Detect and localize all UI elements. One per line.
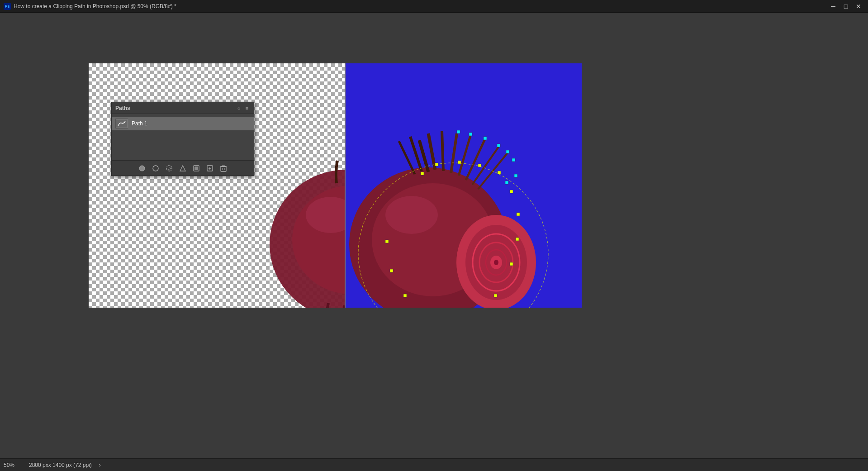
paths-panel-title: Paths bbox=[115, 105, 130, 111]
svg-point-54 bbox=[139, 166, 145, 171]
svg-rect-36 bbox=[517, 213, 520, 216]
svg-rect-46 bbox=[484, 137, 487, 140]
canvas-container bbox=[89, 63, 582, 308]
svg-rect-35 bbox=[510, 190, 513, 193]
svg-rect-51 bbox=[505, 181, 508, 184]
add-mask-icon bbox=[193, 165, 200, 172]
beet-left-image bbox=[265, 122, 345, 308]
paths-panel-header[interactable]: Paths « ≡ bbox=[112, 102, 254, 114]
new-path-icon bbox=[206, 165, 213, 172]
svg-rect-49 bbox=[512, 158, 515, 162]
canvas-divider bbox=[345, 63, 346, 308]
maximize-button[interactable]: □ bbox=[840, 2, 852, 11]
svg-rect-43 bbox=[385, 240, 389, 243]
path-thumbnail-icon bbox=[116, 119, 127, 128]
delete-path-icon bbox=[220, 165, 227, 172]
zoom-level: 50% bbox=[4, 462, 22, 468]
delete-path-button[interactable] bbox=[218, 163, 228, 173]
svg-line-24 bbox=[459, 136, 470, 176]
canvas-left-transparent bbox=[89, 63, 345, 308]
add-mask-button[interactable] bbox=[191, 163, 201, 173]
svg-point-57 bbox=[168, 167, 171, 169]
svg-rect-37 bbox=[516, 238, 519, 241]
svg-rect-47 bbox=[497, 144, 500, 147]
stroke-path-button[interactable] bbox=[151, 163, 161, 173]
svg-rect-66 bbox=[222, 166, 225, 167]
svg-point-12 bbox=[385, 196, 438, 234]
canvas-right-blue bbox=[345, 63, 582, 308]
svg-point-56 bbox=[166, 166, 172, 171]
paths-panel: Paths « ≡ Path 1 bbox=[111, 102, 254, 176]
panel-header-controls[interactable]: « ≡ bbox=[236, 105, 250, 111]
status-arrow[interactable]: › bbox=[99, 462, 101, 468]
make-work-path-icon bbox=[179, 165, 186, 172]
svg-rect-60 bbox=[194, 167, 198, 170]
path-thumbnail bbox=[115, 119, 128, 128]
paths-panel-footer bbox=[112, 160, 254, 176]
panel-menu-button[interactable]: ≡ bbox=[244, 105, 250, 111]
close-button[interactable]: ✕ bbox=[853, 2, 864, 11]
svg-rect-41 bbox=[403, 294, 407, 297]
status-bar: 50% 2800 pxx 1400 px (72 ppi) › bbox=[0, 458, 868, 471]
svg-rect-64 bbox=[221, 167, 226, 171]
svg-rect-38 bbox=[510, 262, 513, 266]
svg-line-22 bbox=[442, 131, 443, 171]
svg-rect-48 bbox=[506, 150, 509, 153]
workspace: Paths « ≡ Path 1 bbox=[0, 13, 868, 458]
fill-path-button[interactable] bbox=[137, 163, 147, 173]
svg-point-19 bbox=[494, 260, 498, 265]
svg-line-23 bbox=[451, 133, 457, 173]
fill-path-icon bbox=[138, 165, 146, 172]
window-title: How to create a Clipping Path in Photosh… bbox=[14, 3, 176, 10]
svg-rect-33 bbox=[478, 164, 481, 167]
load-selection-icon bbox=[166, 165, 173, 172]
svg-rect-30 bbox=[421, 172, 424, 175]
title-bar: Ps How to create a Clipping Path in Phot… bbox=[0, 0, 868, 13]
title-bar-left: Ps How to create a Clipping Path in Phot… bbox=[4, 3, 176, 10]
path-item[interactable]: Path 1 bbox=[112, 117, 254, 130]
stroke-path-icon bbox=[152, 165, 159, 172]
svg-rect-44 bbox=[457, 130, 460, 133]
svg-line-25 bbox=[466, 139, 485, 180]
new-path-button[interactable] bbox=[205, 163, 215, 173]
collapse-panel-button[interactable]: « bbox=[236, 105, 242, 111]
svg-rect-50 bbox=[514, 174, 517, 177]
svg-marker-58 bbox=[180, 166, 185, 171]
load-as-selection-button[interactable] bbox=[164, 163, 174, 173]
svg-rect-45 bbox=[469, 133, 472, 136]
svg-rect-42 bbox=[390, 269, 393, 272]
photoshop-icon: Ps bbox=[4, 3, 11, 10]
make-work-path-button[interactable] bbox=[178, 163, 188, 173]
svg-rect-53 bbox=[116, 119, 127, 128]
path-item-name: Path 1 bbox=[132, 120, 147, 127]
paths-panel-body: Path 1 bbox=[112, 114, 254, 160]
document-dimensions: 2800 pxx 1400 px (72 ppi) bbox=[29, 462, 92, 468]
minimize-button[interactable]: ─ bbox=[827, 2, 839, 11]
beet-right-image bbox=[345, 122, 582, 308]
svg-point-55 bbox=[153, 166, 158, 171]
svg-rect-39 bbox=[494, 294, 497, 297]
window-controls[interactable]: ─ □ ✕ bbox=[827, 2, 864, 11]
svg-rect-34 bbox=[498, 171, 501, 174]
svg-line-21 bbox=[428, 133, 435, 170]
paths-panel-empty-area bbox=[112, 130, 254, 157]
